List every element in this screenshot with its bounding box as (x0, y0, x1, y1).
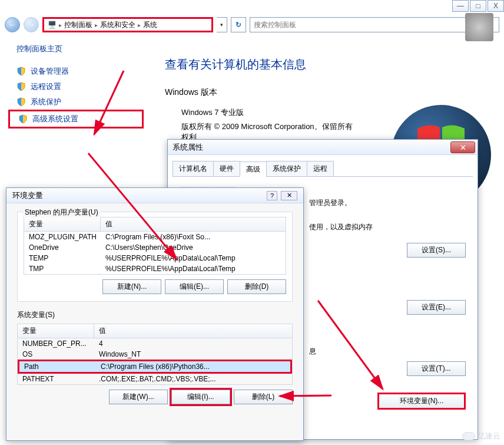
table-row[interactable]: NUMBER_OF_PR...4 (18, 338, 292, 349)
tab-hardware[interactable]: 硬件 (213, 161, 240, 176)
tab-advanced[interactable]: 高级 (240, 161, 267, 177)
cloud-icon (462, 432, 475, 440)
section-title: Windows 版本 (165, 87, 217, 98)
column-header[interactable]: 变量 (18, 324, 94, 338)
user-var-group: Stephen 的用户变量(U) 变量 值 MOZ_PLUGIN_PATHC:\… (17, 212, 293, 302)
chevron-right-icon: ▸ (138, 22, 141, 28)
table-row[interactable]: PATHEXT.COM;.EXE;.BAT;.CMD;.VBS;.VBE;... (18, 374, 292, 384)
user-var-table[interactable]: 变量 值 MOZ_PLUGIN_PATHC:\Program Files (x8… (24, 217, 286, 275)
sidebar-item-label: 高级系统设置 (32, 114, 78, 124)
sys-var-group: 系统变量(S) 变量 值 NUMBER_OF_PR...4 OSWindows_… (17, 310, 293, 404)
close-icon[interactable]: ✕ (450, 141, 475, 153)
address-dropdown[interactable]: ▾ (217, 17, 227, 32)
dialog-title: 系统属性 (168, 140, 478, 155)
delete-button[interactable]: 删除(D) (227, 279, 286, 294)
sidebar-item-remote[interactable]: 远程设置 (8, 79, 144, 94)
table-row[interactable]: OneDriveC:\Users\Stephen\OneDrive (24, 242, 286, 253)
sidebar-item-device-manager[interactable]: 设备管理器 (8, 64, 144, 79)
tab-remote[interactable]: 远程 (307, 161, 334, 176)
sidebar-item-advanced[interactable]: 高级系统设置 (8, 110, 144, 128)
sidebar: 控制面板主页 设备管理器 远程设置 系统保护 高级系统设置 (8, 44, 144, 128)
sys-var-table[interactable]: 变量 值 NUMBER_OF_PR...4 OSWindows_NT PathC… (17, 324, 293, 385)
table-row-path[interactable]: PathC:\Program Files (x86)\Python36... (18, 360, 292, 374)
sidebar-item-protection[interactable]: 系统保护 (8, 94, 144, 110)
windows-version: Windows 7 专业版 (181, 107, 244, 118)
table-row[interactable]: TEMP%USERPROFILE%\AppData\Local\Temp (24, 253, 286, 263)
environment-variables-dialog: 环境变量 ? ✕ Stephen 的用户变量(U) 变量 值 MOZ_PLUGI… (6, 187, 304, 441)
forward-button[interactable]: → (24, 17, 39, 32)
new-button[interactable]: 新建(N)... (102, 279, 161, 294)
back-button[interactable]: ← (5, 17, 20, 32)
column-header[interactable]: 值 (94, 324, 292, 338)
delete-button[interactable]: 删除(L) (234, 390, 293, 404)
table-row[interactable]: MOZ_PLUGIN_PATHC:\Program Files (x86)\Fo… (24, 232, 286, 242)
breadcrumb[interactable]: 🖥️ ▸ 控制面板 ▸ 系统和安全 ▸ 系统 (42, 17, 213, 32)
env-var-button[interactable]: 环境变量(N)... (377, 393, 466, 410)
chevron-right-icon: ▸ (59, 22, 62, 28)
table-row[interactable]: TMP%USERPROFILE%\AppData\Local\Temp (24, 263, 286, 274)
search-placeholder: 搜索控制面板 (254, 20, 296, 30)
max-button[interactable]: □ (470, 0, 486, 12)
sidebar-item-label: 远程设置 (31, 81, 61, 92)
column-header[interactable]: 变量 (24, 217, 101, 231)
breadcrumb-seg[interactable]: 系统 (143, 20, 157, 30)
dialog-help-close: ? ✕ (267, 191, 297, 200)
breadcrumb-seg[interactable]: 系统和安全 (100, 20, 135, 30)
table-row[interactable]: OSWindows_NT (18, 349, 292, 360)
breadcrumb-seg[interactable]: 控制面板 (64, 20, 92, 30)
refresh-button[interactable]: ↻ (231, 17, 246, 32)
page-title: 查看有关计算机的基本信息 (165, 57, 306, 72)
close-button[interactable]: X (488, 0, 504, 12)
navbar: ← → 🖥️ ▸ 控制面板 ▸ 系统和安全 ▸ 系统 ▾ ↻ 搜索控制面板 (5, 17, 499, 33)
tab-protection[interactable]: 系统保护 (266, 161, 307, 176)
window-chrome: — □ X (452, 0, 504, 12)
dialog-title: 环境变量 ? ✕ (6, 188, 303, 203)
sidebar-item-label: 设备管理器 (31, 66, 69, 77)
edit-button[interactable]: 编辑(I)... (171, 390, 230, 404)
info-label: 息 (309, 347, 466, 357)
close-icon[interactable]: ✕ (281, 191, 297, 200)
column-header[interactable]: 值 (101, 217, 286, 231)
perf-text: 使用，以及虚拟内存 (309, 222, 466, 232)
computer-icon: 🖥️ (48, 21, 57, 29)
tab-computer-name[interactable]: 计算机名 (173, 161, 214, 176)
sidebar-item-label: 系统保护 (31, 97, 61, 107)
new-button[interactable]: 新建(W)... (109, 390, 168, 404)
help-icon[interactable]: ? (267, 191, 277, 200)
tab-strip: 计算机名 硬件 高级 系统保护 远程 (173, 161, 473, 177)
shield-icon (16, 82, 26, 91)
watermark: 亿速云 (462, 431, 500, 441)
min-button[interactable]: — (452, 0, 469, 12)
settings-s-button[interactable]: 设置(S)... (407, 243, 466, 258)
group-label: Stephen 的用户变量(U) (22, 207, 101, 217)
sidebar-title[interactable]: 控制面板主页 (8, 44, 144, 54)
settings-t-button[interactable]: 设置(T)... (407, 361, 466, 376)
edit-button[interactable]: 编辑(E)... (165, 279, 224, 294)
shield-icon (16, 97, 26, 107)
shield-icon (18, 114, 28, 124)
search-input[interactable]: 搜索控制面板 (250, 17, 499, 32)
account-avatar[interactable] (465, 13, 493, 41)
admin-text: 管理员登录。 (309, 198, 466, 208)
settings-e-button[interactable]: 设置(E)... (407, 300, 466, 315)
group-label: 系统变量(S) (17, 310, 293, 320)
shield-icon (16, 67, 26, 76)
chevron-right-icon: ▸ (95, 22, 98, 28)
